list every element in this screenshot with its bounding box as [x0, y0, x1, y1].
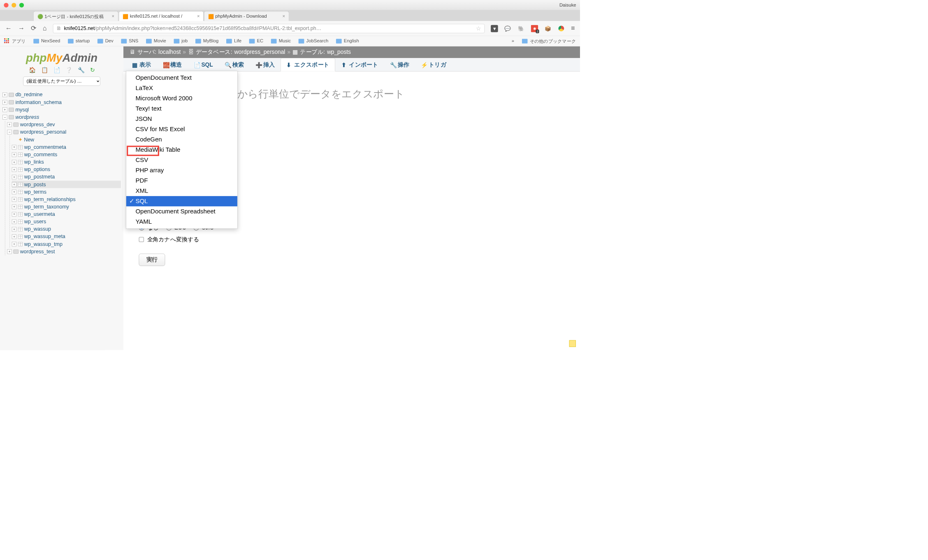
- note-icon[interactable]: [569, 340, 576, 347]
- bookmark-folder[interactable]: JobSearch: [299, 38, 329, 44]
- tree-table-item[interactable]: +wp_terms: [12, 188, 121, 196]
- format-option[interactable]: LaTeX: [126, 83, 237, 93]
- sql-icon[interactable]: 📄: [53, 67, 60, 74]
- tree-table-item[interactable]: +wp_links: [12, 158, 121, 166]
- format-option[interactable]: SQL: [126, 196, 237, 206]
- tree-table-item[interactable]: +wp_postmeta: [12, 173, 121, 180]
- logout-icon[interactable]: 📋: [41, 67, 48, 74]
- expand-icon[interactable]: +: [12, 145, 16, 149]
- expand-icon[interactable]: +: [12, 242, 16, 246]
- tree-table-item[interactable]: +wp_comments: [12, 151, 121, 158]
- site-info-icon[interactable]: 🗎: [56, 25, 62, 31]
- bookmark-folder[interactable]: Dev: [97, 38, 114, 44]
- bookmark-apps[interactable]: アプリ: [4, 38, 26, 44]
- tree-db-item[interactable]: −wordpress_personal: [7, 128, 121, 136]
- tree-table-item[interactable]: +wp_wassup_tmp: [12, 240, 121, 248]
- format-option[interactable]: PHP array: [126, 165, 237, 176]
- bookmark-folder[interactable]: Music: [271, 38, 291, 44]
- bookmark-overflow[interactable]: »: [512, 38, 514, 44]
- tree-db-item[interactable]: +wordpress_test: [7, 248, 121, 255]
- pma-tab-トリガ[interactable]: ⚡トリガ: [415, 58, 452, 72]
- expand-icon[interactable]: +: [2, 107, 7, 112]
- home-button[interactable]: ⌂: [43, 24, 47, 32]
- pma-tab-エクスポート[interactable]: ⬇エクスポート: [281, 58, 335, 72]
- extension-icon[interactable]: ▾: [491, 25, 498, 32]
- format-option[interactable]: CodeGen: [126, 134, 237, 145]
- expand-icon[interactable]: +: [2, 100, 7, 104]
- expand-icon[interactable]: +: [12, 167, 16, 172]
- expand-icon[interactable]: +: [2, 93, 7, 97]
- bookmark-folder[interactable]: startup: [68, 38, 90, 44]
- extension-icon[interactable]: [558, 25, 565, 32]
- tree-table-item[interactable]: +wp_options: [12, 166, 121, 173]
- bc-table[interactable]: wp_posts: [327, 49, 351, 56]
- reload-icon[interactable]: ↻: [90, 67, 95, 74]
- profile-name[interactable]: Daisuke: [559, 2, 576, 8]
- bookmark-folder[interactable]: Movie: [146, 38, 166, 44]
- bookmark-folder[interactable]: English: [336, 38, 359, 44]
- format-option[interactable]: Texy! text: [126, 104, 237, 114]
- tree-db-item[interactable]: +wordpress_dev: [7, 121, 121, 128]
- pma-tab-SQL[interactable]: 📄SQL: [188, 58, 219, 72]
- bc-db[interactable]: wordpress_personal: [234, 49, 285, 56]
- browser-tab[interactable]: 🟢1ページ目 - knife0125の投稿×: [33, 12, 118, 21]
- tree-table-item[interactable]: +wp_wassup_meta: [12, 233, 121, 240]
- tree-table-item[interactable]: +wp_term_taxonomy: [12, 203, 121, 211]
- expand-icon[interactable]: +: [12, 204, 16, 209]
- expand-icon[interactable]: −: [2, 115, 7, 119]
- maximize-window-button[interactable]: [19, 3, 24, 7]
- back-button[interactable]: ←: [5, 24, 12, 32]
- format-option[interactable]: OpenDocument Text: [126, 73, 237, 83]
- expand-icon[interactable]: +: [12, 152, 16, 157]
- pma-tab-操作[interactable]: 🔧操作: [384, 58, 415, 72]
- tree-new-item[interactable]: ✦New: [12, 136, 121, 143]
- kana-checkbox-row[interactable]: 全角カナへ変換する: [139, 236, 565, 243]
- extension-icon[interactable]: 📦: [544, 25, 552, 32]
- expand-icon[interactable]: +: [12, 234, 16, 239]
- format-option[interactable]: OpenDocument Spreadsheet: [126, 206, 237, 217]
- expand-icon[interactable]: +: [7, 122, 12, 127]
- extension-icon[interactable]: ✱2: [531, 25, 538, 32]
- pma-tab-挿入[interactable]: ➕挿入: [250, 58, 281, 72]
- browser-tab[interactable]: 🟧phpMyAdmin - Download×: [204, 12, 289, 21]
- tree-table-item[interactable]: +wp_commentmeta: [12, 143, 121, 151]
- format-option[interactable]: Microsoft Word 2000: [126, 93, 237, 104]
- bookmark-other[interactable]: その他のブックマーク: [522, 38, 576, 44]
- format-option[interactable]: JSON: [126, 114, 237, 124]
- tree-db-item[interactable]: −wordpress: [2, 113, 121, 121]
- tree-table-item[interactable]: +wp_usermeta: [12, 211, 121, 218]
- tree-db-item[interactable]: +mysql: [2, 106, 121, 113]
- expand-icon[interactable]: +: [7, 249, 12, 254]
- close-tab-icon[interactable]: ×: [283, 14, 285, 19]
- tree-table-item[interactable]: +wp_term_relationships: [12, 196, 121, 203]
- execute-button[interactable]: 実行: [139, 254, 165, 266]
- menu-button[interactable]: ≡: [571, 24, 575, 32]
- recent-tables-select[interactable]: (最近使用したテーブル) …: [23, 76, 100, 86]
- tree-table-item[interactable]: +wp_posts: [12, 180, 121, 188]
- settings-icon[interactable]: 🔧: [78, 67, 85, 74]
- format-option[interactable]: CSV for MS Excel: [126, 124, 237, 134]
- expand-icon[interactable]: +: [12, 212, 16, 216]
- expand-icon[interactable]: +: [12, 219, 16, 224]
- pma-tab-検索[interactable]: 🔍検索: [219, 58, 250, 72]
- checkbox-icon[interactable]: [139, 237, 144, 242]
- expand-icon[interactable]: +: [12, 197, 16, 201]
- expand-icon[interactable]: +: [12, 175, 16, 179]
- forward-button[interactable]: →: [18, 24, 25, 32]
- bookmark-folder[interactable]: SNS: [121, 38, 138, 44]
- pma-tab-表示[interactable]: ▦表示: [126, 58, 157, 72]
- extension-icon[interactable]: 🐘: [517, 25, 525, 32]
- close-window-button[interactable]: [4, 3, 8, 7]
- url-bar[interactable]: 🗎 knife0125.net /phpMyAdmin/index.php?to…: [53, 24, 485, 33]
- close-tab-icon[interactable]: ×: [112, 14, 115, 19]
- pma-tab-構造[interactable]: 🧱構造: [157, 58, 188, 72]
- pma-tab-インポート[interactable]: ⬆インポート: [335, 58, 384, 72]
- bookmark-folder[interactable]: NexSeed: [33, 38, 60, 44]
- bookmark-folder[interactable]: MyBlog: [195, 38, 218, 44]
- format-option[interactable]: XML: [126, 186, 237, 196]
- bookmark-star-icon[interactable]: ☆: [476, 25, 481, 32]
- bookmark-folder[interactable]: Life: [226, 38, 241, 44]
- expand-icon[interactable]: +: [12, 182, 16, 187]
- expand-icon[interactable]: +: [12, 227, 16, 231]
- tree-db-item[interactable]: +information_schema: [2, 98, 121, 106]
